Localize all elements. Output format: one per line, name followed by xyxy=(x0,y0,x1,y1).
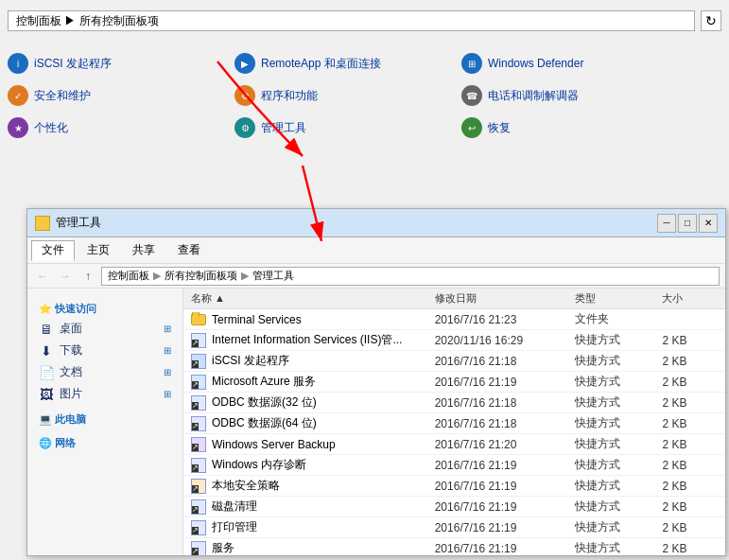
file-list-header: 名称 ▲ 修改日期 类型 大小 xyxy=(183,289,725,309)
close-button[interactable]: ✕ xyxy=(699,214,718,233)
file-type: 快捷方式 xyxy=(567,519,655,535)
breadcrumb[interactable]: 控制面板 ▶ 所有控制面板项 ▶ 管理工具 xyxy=(101,267,720,286)
file-type: 快捷方式 xyxy=(567,374,655,390)
bg-item-recovery-label: 恢复 xyxy=(488,120,511,136)
sidebar-header-network: 🌐 网络 xyxy=(27,432,182,452)
file-size: 2 KB xyxy=(654,334,725,347)
file-size: 2 KB xyxy=(654,417,725,430)
file-row[interactable]: ↗ Windows 内存诊断 2016/7/16 21:19 快捷方式 2 KB xyxy=(183,455,725,476)
bg-item-phone-label: 电话和调制解调器 xyxy=(488,88,579,104)
explorer-title-bar: 管理工具 ─ □ ✕ xyxy=(27,209,725,237)
bg-item-defender[interactable]: ⊞ Windows Defender xyxy=(454,49,681,78)
bg-item-personalize-label: 个性化 xyxy=(34,120,68,136)
bc-item-3[interactable]: 管理工具 xyxy=(252,269,294,283)
sidebar-item-pictures[interactable]: 🖼 图片 ⊞ xyxy=(27,383,182,405)
refresh-icon: ↻ xyxy=(705,13,717,28)
bc-item-2[interactable]: 所有控制面板项 xyxy=(165,269,237,283)
bg-item-security[interactable]: ✓ 安全和维护 xyxy=(0,81,227,110)
bg-item-admin-tools[interactable]: ⚙ 管理工具 xyxy=(227,114,454,142)
file-type: 快捷方式 xyxy=(567,436,655,452)
file-row[interactable]: Terminal Services 2016/7/16 21:23 文件夹 xyxy=(183,309,725,330)
file-type: 快捷方式 xyxy=(567,478,655,494)
col-header-date[interactable]: 修改日期 xyxy=(427,291,567,306)
file-type: 快捷方式 xyxy=(567,457,655,473)
bg-item-iscsi[interactable]: i iSCSI 发起程序 xyxy=(0,49,227,78)
file-size: 2 KB xyxy=(654,480,725,493)
file-size: 2 KB xyxy=(654,542,725,555)
file-row[interactable]: ↗ Windows Server Backup 2016/7/16 21:20 … xyxy=(183,434,725,455)
file-row[interactable]: ↗ 服务 2016/7/16 21:19 快捷方式 2 KB xyxy=(183,538,725,555)
bg-item-personalize[interactable]: ★ 个性化 xyxy=(0,114,227,142)
sidebar-label-downloads: 下载 xyxy=(60,342,82,359)
col-header-size[interactable]: 大小 xyxy=(654,291,725,306)
file-row[interactable]: ↗ iSCSI 发起程序 2016/7/16 21:18 快捷方式 2 KB xyxy=(183,351,725,372)
file-row[interactable]: ↗ Internet Information Services (IIS)管..… xyxy=(183,330,725,351)
sidebar-section-thispc: 💻 此电脑 xyxy=(27,407,182,430)
shortcut-icon: ↗ xyxy=(191,479,206,494)
file-name-cell: ↗ 本地安全策略 xyxy=(183,478,427,494)
nav-forward-button[interactable]: → xyxy=(56,267,75,286)
file-name-cell: ↗ iSCSI 发起程序 xyxy=(183,353,427,369)
file-row[interactable]: ↗ 本地安全策略 2016/7/16 21:19 快捷方式 2 KB xyxy=(183,476,725,497)
file-row[interactable]: ↗ Microsoft Azure 服务 2016/7/16 21:19 快捷方… xyxy=(183,372,725,393)
file-size: 2 KB xyxy=(654,376,725,389)
defender-icon: ⊞ xyxy=(461,53,482,74)
bg-refresh-btn[interactable]: ↻ xyxy=(701,10,721,31)
sidebar-item-downloads[interactable]: ⬇ 下载 ⊞ xyxy=(27,340,182,361)
bg-item-remoteapp[interactable]: ▶ RemoteApp 和桌面连接 xyxy=(227,49,454,78)
tab-view[interactable]: 查看 xyxy=(167,240,211,261)
iscsi-icon: i xyxy=(8,53,28,74)
col-header-name[interactable]: 名称 ▲ xyxy=(183,291,427,306)
sidebar-section-network: 🌐 网络 xyxy=(27,430,182,454)
file-date: 2016/7/16 21:19 xyxy=(427,542,567,555)
file-name: Microsoft Azure 服务 xyxy=(212,374,316,390)
nav-up-button[interactable]: ↑ xyxy=(78,267,97,286)
tab-home[interactable]: 主页 xyxy=(77,240,120,261)
file-type: 快捷方式 xyxy=(567,499,655,515)
bg-item-defender-label: Windows Defender xyxy=(488,57,583,70)
file-name: ODBC 数据源(64 位) xyxy=(212,415,317,431)
minimize-button[interactable]: ─ xyxy=(657,214,676,233)
bc-item-1[interactable]: 控制面板 xyxy=(108,269,149,283)
file-name: ODBC 数据源(32 位) xyxy=(212,394,317,411)
sidebar-arrow-documents: ⊞ xyxy=(164,367,171,377)
shortcut-icon: ↗ xyxy=(191,395,206,411)
file-name-cell: ↗ 服务 xyxy=(183,540,427,555)
file-type: 文件夹 xyxy=(567,311,655,327)
file-size: 2 KB xyxy=(654,459,725,472)
personalize-icon: ★ xyxy=(8,117,28,138)
file-row[interactable]: ↗ 磁盘清理 2016/7/16 21:19 快捷方式 2 KB xyxy=(183,497,725,517)
bg-address-input[interactable]: 控制面板 ▶ 所有控制面板项 xyxy=(8,10,695,31)
file-name: Windows Server Backup xyxy=(212,438,336,451)
explorer-toolbar: 文件 主页 共享 查看 xyxy=(27,237,725,264)
file-name-cell: ↗ ODBC 数据源(64 位) xyxy=(183,415,427,431)
sidebar-header-quickaccess: ⭐ 快速访问 xyxy=(27,298,182,318)
maximize-button[interactable]: □ xyxy=(678,214,697,233)
sidebar-section-quickaccess: ⭐ 快速访问 🖥 桌面 ⊞ ⬇ 下载 ⊞ 📄 文档 ⊞ 🖼 xyxy=(27,296,182,407)
explorer-window: 管理工具 ─ □ ✕ 文件 主页 共享 查看 ← → ↑ 控制面板 ▶ 所有控制… xyxy=(26,208,726,556)
bg-item-programs[interactable]: ⚙ 程序和功能 xyxy=(227,81,454,110)
explorer-window-icon xyxy=(35,216,50,231)
file-row[interactable]: ↗ ODBC 数据源(64 位) 2016/7/16 21:18 快捷方式 2 … xyxy=(183,413,725,434)
tab-share[interactable]: 共享 xyxy=(122,240,165,261)
sidebar-item-desktop[interactable]: 🖥 桌面 ⊞ xyxy=(27,318,182,340)
bg-item-phone[interactable]: ☎ 电话和调制解调器 xyxy=(454,81,681,110)
file-type: 快捷方式 xyxy=(567,415,655,431)
sidebar-item-documents[interactable]: 📄 文档 ⊞ xyxy=(27,361,182,383)
file-row[interactable]: ↗ 打印管理 2016/7/16 21:19 快捷方式 2 KB xyxy=(183,517,725,538)
col-header-type[interactable]: 类型 xyxy=(567,291,655,306)
tab-file[interactable]: 文件 xyxy=(31,240,75,261)
nav-back-button[interactable]: ← xyxy=(33,267,52,286)
file-date: 2016/7/16 21:19 xyxy=(427,521,567,534)
file-size: 2 KB xyxy=(654,396,725,410)
bg-item-programs-label: 程序和功能 xyxy=(261,88,318,104)
bg-row-1: i iSCSI 发起程序 ▶ RemoteApp 和桌面连接 ⊞ Windows… xyxy=(0,47,729,79)
bg-item-recovery[interactable]: ↩ 恢复 xyxy=(454,114,681,142)
file-name-cell: ↗ 磁盘清理 xyxy=(183,499,427,515)
file-size: 2 KB xyxy=(654,521,725,534)
file-name: Internet Information Services (IIS)管... xyxy=(212,332,402,348)
file-row[interactable]: ↗ ODBC 数据源(32 位) 2016/7/16 21:18 快捷方式 2 … xyxy=(183,393,725,413)
file-name: Windows 内存诊断 xyxy=(212,457,306,473)
folder-icon xyxy=(191,312,206,327)
remoteapp-icon: ▶ xyxy=(234,53,255,74)
